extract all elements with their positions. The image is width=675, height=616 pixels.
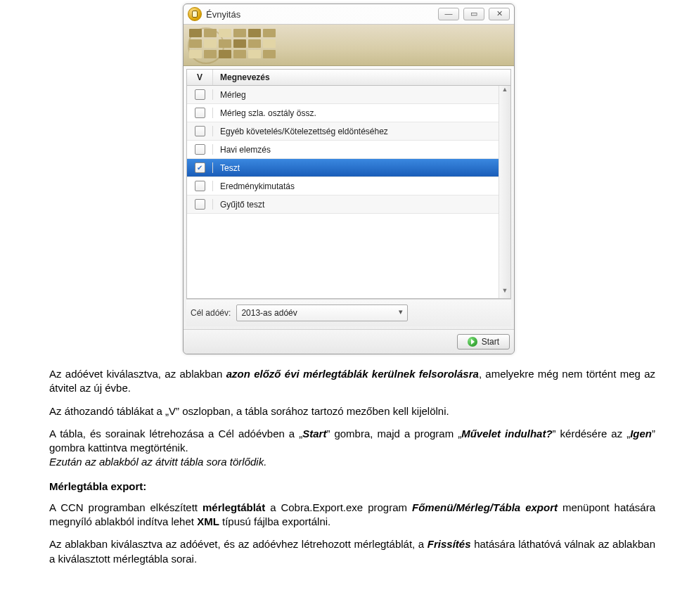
cel-adoev-value: 2013-as adóév — [241, 308, 297, 318]
table: V Megnevezés MérlegMérleg szla. osztály … — [186, 69, 511, 299]
row-label: Eredménykimutatás — [213, 181, 499, 191]
play-icon — [468, 337, 477, 347]
text-bold: XML — [197, 515, 219, 527]
titlebar[interactable]: Évnyitás — ▭ ✕ — [184, 4, 514, 25]
text-emphasis: Igen — [630, 428, 652, 439]
table-row[interactable]: Mérleg — [187, 86, 499, 104]
text: ” kérdésére az „ — [553, 428, 631, 439]
column-header-v[interactable]: V — [187, 70, 213, 85]
text: A tábla, és sorainak létrehozása a Cél a… — [49, 428, 302, 439]
table-row[interactable]: Egyéb követelés/Kötelezettség eldöntéséh… — [187, 122, 499, 141]
row-label: Mérleg — [213, 90, 499, 100]
text: típusú fájlba exportálni. — [219, 515, 330, 527]
row-checkbox[interactable] — [195, 181, 205, 191]
row-checkbox[interactable] — [195, 89, 205, 100]
column-header-name[interactable]: Megnevezés — [213, 70, 510, 85]
text-emphasis: Start — [302, 428, 326, 439]
banner — [184, 25, 514, 66]
scroll-up-icon[interactable]: ▲ — [499, 86, 510, 97]
text: ” gombra, majd a program „ — [326, 428, 461, 439]
text: A CCN programban elkészített — [49, 501, 202, 513]
section-heading: Mérlegtábla export: — [49, 480, 655, 494]
window-title: Évnyitás — [206, 9, 438, 20]
row-checkbox[interactable] — [195, 144, 205, 155]
text-emphasis: Főmenü/Mérleg/Tábla export — [412, 501, 558, 513]
table-row[interactable]: Havi elemzés — [187, 141, 499, 159]
text-bold: mérlegtáblát — [202, 501, 265, 513]
text-italic: Ezután az ablakból az átvitt tábla sora … — [49, 456, 266, 468]
row-label: Havi elemzés — [213, 145, 499, 155]
row-checkbox[interactable] — [195, 199, 205, 210]
maximize-button[interactable]: ▭ — [463, 8, 484, 20]
document-body: Az adóévet kiválasztva, az ablakban azon… — [0, 354, 675, 587]
table-row[interactable]: Mérleg szla. osztály össz. — [187, 104, 499, 122]
text: Az áthozandó táblákat a „V” oszlopban, a… — [49, 404, 655, 418]
start-button[interactable]: Start — [457, 334, 510, 349]
text-emphasis: azon előző évi mérlegtáblák kerülnek fel… — [226, 368, 479, 380]
scroll-down-icon[interactable]: ▼ — [499, 287, 510, 298]
minimize-button[interactable]: — — [438, 8, 459, 20]
table-row[interactable]: Gyűjtő teszt — [187, 195, 499, 214]
row-label: Gyűjtő teszt — [213, 200, 499, 210]
row-checkbox[interactable] — [195, 108, 205, 118]
dialog-window: Évnyitás — ▭ ✕ V Megnevezés — [183, 4, 515, 354]
table-row[interactable]: ✔Teszt — [187, 159, 499, 177]
cel-adoev-select[interactable]: 2013-as adóév — [236, 304, 408, 321]
text: Az adóévet kiválasztva, az ablakban — [49, 368, 226, 380]
start-button-label: Start — [482, 337, 499, 347]
row-checkbox[interactable] — [195, 126, 205, 136]
cel-adoev-label: Cél adóév: — [191, 308, 231, 318]
row-label: Mérleg szla. osztály össz. — [213, 108, 499, 118]
text-emphasis: Művelet indulhat? — [461, 428, 552, 439]
table-row[interactable]: Eredménykimutatás — [187, 177, 499, 195]
scrollbar[interactable]: ▲ ▼ — [499, 86, 510, 298]
text: Az ablakban kiválasztva az adóévet, és a… — [49, 538, 428, 550]
text-emphasis: Frissítés — [428, 538, 471, 550]
app-icon — [188, 7, 202, 21]
close-button[interactable]: ✕ — [489, 8, 510, 20]
table-empty-area — [187, 214, 499, 298]
row-label: Egyéb követelés/Kötelezettség eldöntéséh… — [213, 127, 499, 136]
row-checkbox[interactable]: ✔ — [195, 162, 205, 173]
text: a Cobra.Export.exe program — [265, 501, 412, 513]
row-label: Teszt — [213, 163, 499, 173]
